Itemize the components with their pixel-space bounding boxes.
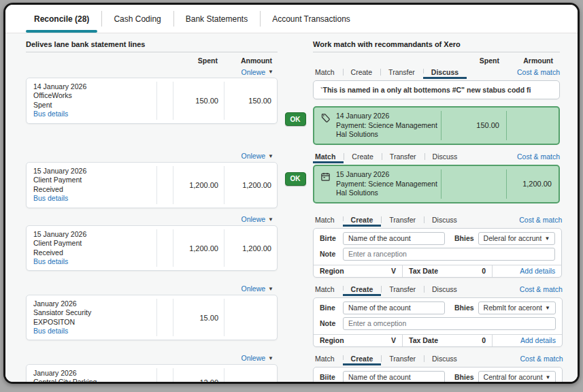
statement-card: January 2026 Central City Parking Bus de…	[26, 364, 278, 384]
statement-name: Client Payment	[33, 239, 150, 248]
discuss-tab[interactable]: Discuss	[423, 67, 467, 79]
region-dropdown[interactable]: Region V	[314, 335, 402, 346]
transfer-tab[interactable]: Transfer	[380, 67, 423, 79]
top-tab-bar: Reconcile (28) Cash Coding Bank Statemen…	[5, 5, 578, 33]
sort-dropdown[interactable]: Onlewe ▼	[26, 353, 278, 364]
statement-spent: 1,200.00	[173, 229, 224, 267]
create-tab[interactable]: Create	[343, 214, 382, 227]
cost-and-match-link[interactable]: Cost & match	[520, 285, 563, 296]
reconcile-row-3: Onlewe ▼ 15 January 2026 Client Payment …	[26, 214, 560, 278]
match-date: 15 January 2026	[336, 170, 438, 180]
match-tab[interactable]: Match	[313, 284, 343, 296]
bus-details-link[interactable]: Bus details	[33, 194, 68, 203]
note-input[interactable]	[343, 317, 556, 330]
chevron-down-icon: ▼	[268, 216, 273, 223]
account-name-label: Birte	[320, 234, 339, 242]
cost-and-match-link[interactable]: Cost & match	[520, 355, 563, 365]
left-spent-header: Spent	[172, 56, 223, 65]
cost-and-match-link[interactable]: Cost & match	[517, 68, 560, 79]
account-name-input[interactable]	[343, 301, 445, 314]
add-details-link[interactable]: Add details	[520, 336, 556, 344]
match-tab[interactable]: Match	[313, 151, 344, 163]
ok-button[interactable]: OK	[285, 172, 306, 186]
discuss-tab[interactable]: Discuss	[424, 353, 465, 365]
reconcile-row-4: Onlewe ▼ January 2026 Sansiator Security…	[26, 283, 560, 347]
sort-label: Onlewe	[241, 68, 265, 76]
statement-card: January 2026 Sansiator Security EXPOSITO…	[26, 295, 278, 341]
panel-tabs: Match Create Transfer Discuss Cost & mat…	[313, 66, 560, 79]
tab-cash-coding[interactable]: Cash Coding	[101, 5, 173, 33]
statement-amount	[224, 368, 277, 384]
cost-and-match-link[interactable]: Cost & match	[517, 152, 560, 163]
chevron-down-icon: ▼	[268, 286, 273, 292]
account-name-input[interactable]	[343, 371, 445, 384]
note-input[interactable]	[343, 248, 555, 261]
statement-amount: 1,200.00	[224, 229, 277, 267]
create-tab[interactable]: Create	[344, 151, 382, 163]
cost-and-match-link[interactable]: Cost & match	[519, 216, 562, 227]
match-tab[interactable]: Match	[313, 353, 343, 365]
region-dropdown[interactable]: Region V	[314, 265, 402, 277]
tab-account-transactions[interactable]: Account Transactions	[260, 5, 363, 33]
add-details-link[interactable]: Add details	[520, 267, 555, 275]
bus-details-link[interactable]: Bus details	[33, 327, 68, 336]
left-amount-header: Anmount	[223, 56, 276, 65]
chevron-down-icon: ▼	[268, 69, 273, 75]
column-headers: Delives lane bank statement lines Spent …	[26, 40, 560, 66]
discuss-tab[interactable]: Discuss	[424, 214, 465, 227]
transfer-tab[interactable]: Transfer	[381, 214, 424, 227]
tax-date-field[interactable]: Tax Date 0	[402, 265, 492, 277]
statement-date: 15 January 2026	[33, 230, 150, 239]
ok-button[interactable]: OK	[285, 112, 306, 126]
sort-dropdown[interactable]: Onlewe ▼	[26, 150, 278, 162]
discuss-tab[interactable]: Discuss	[424, 284, 465, 296]
match-tab[interactable]: Match	[313, 214, 343, 227]
create-tab[interactable]: Create	[343, 284, 382, 296]
statement-date: January 2026	[33, 299, 150, 308]
statement-type: EXPOSITON	[33, 318, 150, 327]
create-tab[interactable]: Create	[343, 353, 382, 365]
transfer-tab[interactable]: Transfer	[382, 151, 424, 163]
chevron-down-icon: ▼	[546, 374, 551, 380]
chevron-down-icon: ▼	[268, 153, 273, 159]
account-select[interactable]: Deleral for accrunt ▼	[478, 232, 556, 245]
account-name-label: Bine	[320, 304, 339, 312]
sort-dropdown[interactable]: Onlewe ▼	[26, 283, 278, 295]
tab-reconcile[interactable]: Reconcile (28)	[22, 5, 101, 33]
match-amount	[506, 111, 559, 140]
tab-bank-statements[interactable]: Bank Statements	[173, 5, 260, 33]
account-name-input[interactable]	[343, 232, 445, 245]
statement-amount: 1,200.00	[224, 166, 277, 204]
sort-dropdown[interactable]: Onlewe ▼	[26, 66, 278, 78]
bus-details-link[interactable]: Bus details	[33, 257, 68, 266]
statement-card: 14 January 2026 OfficeWorks Spent Bus de…	[26, 78, 278, 124]
statement-name: OfficeWorks	[33, 91, 150, 100]
panel-tabs: Match Create Transfer Discuss Cost & mat…	[313, 150, 560, 163]
statement-date: January 2026	[33, 369, 150, 378]
chevron-down-icon: ▼	[268, 355, 273, 361]
note-label: Note	[320, 319, 339, 327]
create-tab[interactable]: Create	[343, 67, 381, 79]
bus-details-link[interactable]: Bus details	[33, 110, 68, 118]
discuss-tab[interactable]: Discuss	[424, 151, 466, 163]
tax-date-field[interactable]: Tax Date 0	[402, 335, 492, 346]
match-tab[interactable]: Match	[313, 67, 343, 79]
account-select[interactable]: Rebmlt for aceront ▼	[478, 301, 556, 314]
reconcile-content: Delives lane bank statement lines Spent …	[5, 33, 578, 382]
chevron-down-icon: ▼	[545, 305, 550, 311]
create-form: Birte Bhies Deleral for accrunt ▼ Note	[313, 228, 562, 278]
matched-transaction[interactable]: 14 January 2026 Payment: Science Managem…	[313, 106, 560, 145]
matched-transaction[interactable]: 15 January 2026 Payment: Science Managem…	[313, 165, 560, 203]
discuss-comment-input[interactable]	[313, 80, 560, 99]
reconcile-row-1: Onlewe ▼ 14 January 2026 OfficeWorks Spe…	[26, 66, 560, 145]
sort-dropdown[interactable]: Onlewe ▼	[26, 214, 278, 225]
right-spent-header: Spent	[441, 56, 506, 65]
match-line2: Hal Solutions	[336, 130, 438, 140]
transfer-tab[interactable]: Transfer	[381, 284, 424, 296]
statement-name: Central City Parking	[33, 378, 150, 384]
transfer-tab[interactable]: Transfer	[381, 353, 424, 365]
left-panel-title: Delives lane bank statement lines	[26, 40, 278, 52]
account-select[interactable]: Central for acorunt ▼	[478, 371, 556, 384]
panel-tabs: Match Create Transfer Discuss Cost & mat…	[313, 353, 563, 365]
statement-card: 15 January 2026 Client Payment Received …	[26, 162, 278, 208]
